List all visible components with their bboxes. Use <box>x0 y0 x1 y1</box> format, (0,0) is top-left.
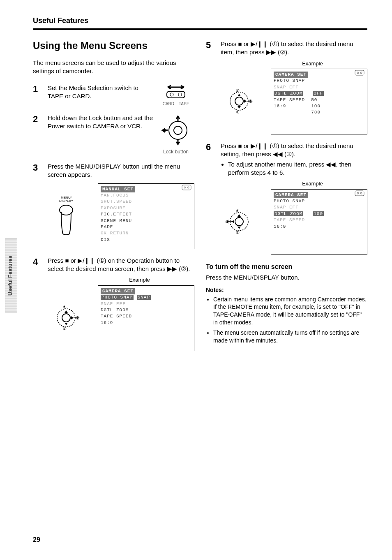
svg-rect-27 <box>355 191 364 196</box>
step-1-text: Set the Media Selection switch to TAPE o… <box>48 84 153 101</box>
hr-rule <box>33 28 367 30</box>
svg-point-21 <box>360 72 362 74</box>
example-label: Example <box>85 276 194 284</box>
svg-text:①: ① <box>63 305 67 310</box>
cassette-icon <box>355 190 364 196</box>
step-5-text: Press ■ or ▶/❙❙ (①) to select the desire… <box>221 40 367 57</box>
step-4: 4 Press ■ or ▶/❙❙ (①) on the Operation b… <box>33 257 194 351</box>
intro-text: The menu screens can be used to adjust t… <box>33 59 194 76</box>
stop-icon: ■ <box>65 257 69 264</box>
note-item: The menu screen automatically turns off … <box>213 329 367 345</box>
ff-icon: ▶▶ <box>167 265 177 272</box>
side-tab: Useful Features <box>5 238 17 312</box>
svg-point-4 <box>174 126 182 134</box>
step-number: 4 <box>33 257 42 351</box>
step-3: 3 Press the MENU/DISPLAY button until th… <box>33 162 194 249</box>
svg-rect-19 <box>355 70 364 75</box>
page-number: 29 <box>33 536 40 544</box>
step-6-bullet: To adjust another menu item, press ◀◀, t… <box>228 160 367 177</box>
step-5: 5 Press ■ or ▶/❙❙ (①) to select the desi… <box>206 40 367 134</box>
step-number: 5 <box>206 40 215 134</box>
step-1: 1 Set the Media Selection switch to TAPE… <box>33 84 194 107</box>
turn-off-body: Press the MENU/DISPLAY button. <box>206 274 367 281</box>
page-title: Using the Menu Screens <box>33 40 194 51</box>
svg-point-8 <box>187 187 189 188</box>
example-label: Example <box>258 60 367 67</box>
ff-icon: ▶▶ <box>266 49 276 56</box>
cassette-icon <box>182 185 191 190</box>
menu-screen-manual: MANUAL SET MAN.FOCUS SHUT.SPEED EXPOSURE… <box>98 183 194 249</box>
step-3-text: Press the MENU/DISPLAY button until the … <box>48 162 194 179</box>
stop-icon: ■ <box>238 142 242 149</box>
media-switch-icon: CARD TAPE <box>157 84 194 107</box>
svg-point-28 <box>357 192 359 194</box>
svg-text:①: ① <box>236 88 240 93</box>
turn-off-heading: To turn off the menu screen <box>206 263 367 271</box>
svg-rect-0 <box>167 91 185 98</box>
svg-point-20 <box>357 72 359 74</box>
power-switch-icon: Lock button <box>157 114 194 155</box>
menu-screen-camera-5: CAMERA SET PHOTO SNAP SNAP EFF DGTL ZOOM… <box>271 69 367 134</box>
svg-text:①: ① <box>236 230 240 235</box>
rew-icon: ◀◀ <box>273 150 283 157</box>
svg-text:①: ① <box>63 326 67 331</box>
svg-rect-6 <box>182 185 191 190</box>
tape-label: TAPE <box>179 102 189 106</box>
step-number: 2 <box>33 114 42 155</box>
svg-point-7 <box>184 187 186 188</box>
menu-screen-camera-4: CAMERA SET PHOTO SNAP SNAP SNAP EFF DGTL… <box>98 285 194 351</box>
operation-dial-icon: ① ① ② <box>48 301 85 335</box>
svg-point-29 <box>360 192 362 194</box>
step-6-text: Press ■ or ▶/❙❙ (①) to select the desire… <box>221 142 367 159</box>
svg-point-10 <box>62 314 70 322</box>
svg-text:①: ① <box>236 110 240 114</box>
svg-text:①: ① <box>236 209 240 213</box>
notes-heading: Notes: <box>206 287 367 293</box>
svg-point-1 <box>170 93 173 96</box>
svg-point-23 <box>235 218 243 226</box>
cassette-icon <box>355 70 364 76</box>
play-pause-icon: ▶/❙❙ <box>78 257 95 264</box>
step-number: 6 <box>206 142 215 255</box>
operation-dial-icon: ① ① ② <box>221 205 258 239</box>
stop-icon: ■ <box>238 40 242 47</box>
card-label: CARD <box>163 102 174 106</box>
svg-point-2 <box>178 93 182 96</box>
play-pause-icon: ▶/❙❙ <box>251 40 268 47</box>
svg-point-15 <box>235 97 243 105</box>
step-number: 3 <box>33 162 42 249</box>
section-heading: Useful Features <box>33 16 367 25</box>
step-2-text: Hold down the Lock button and set the Po… <box>48 114 153 131</box>
menu-screen-camera-6: CAMERA SET PHOTO SNAP SNAP EFF DGTL ZOOM… <box>271 189 367 255</box>
menu-display-button-icon: MENU/ DISPLAY <box>48 196 85 236</box>
step-number: 1 <box>33 84 42 107</box>
step-2: 2 Hold down the Lock button and set the … <box>33 114 194 155</box>
example-label: Example <box>258 180 367 187</box>
lock-button-label: Lock button <box>157 148 194 155</box>
play-pause-icon: ▶/❙❙ <box>251 142 268 149</box>
step-4-text: Press ■ or ▶/❙❙ (①) on the Operation but… <box>48 257 194 273</box>
step-6: 6 Press ■ or ▶/❙❙ (①) to select the desi… <box>206 142 367 255</box>
operation-dial-icon: ① ① ② <box>221 85 258 118</box>
note-item: Certain menu items are common among Camc… <box>213 296 367 327</box>
svg-point-3 <box>169 121 187 139</box>
